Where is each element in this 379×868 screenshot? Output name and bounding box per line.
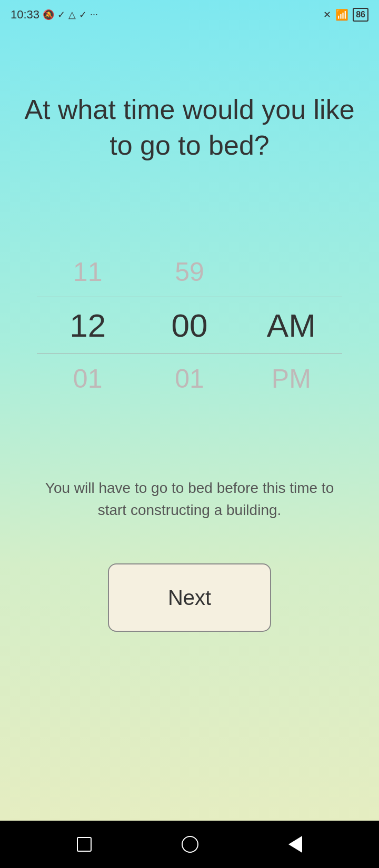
next-button[interactable]: Next — [108, 563, 271, 632]
time-picker[interactable]: 11 59 12 00 AM 01 01 PM — [37, 247, 342, 403]
minute-selected[interactable]: 00 — [138, 307, 240, 344]
check2-icon: ✓ — [79, 9, 87, 21]
time-row-selected[interactable]: 12 00 AM — [37, 297, 342, 354]
minute-below[interactable]: 01 — [138, 364, 240, 394]
nav-home-icon[interactable] — [182, 836, 198, 853]
next-button-container: Next — [108, 563, 271, 632]
wifi-icon: 📶 — [335, 8, 348, 21]
minute-above[interactable]: 59 — [138, 257, 240, 287]
time-row-above[interactable]: 11 59 — [37, 247, 342, 297]
time-display: 10:33 — [11, 8, 39, 22]
info-text: You will have to go to bed before this t… — [21, 477, 358, 521]
hour-selected[interactable]: 12 — [37, 307, 138, 344]
status-bar: 10:33 🔕 ✓ △ ✓ ··· ✕ 📶 86 — [0, 0, 379, 29]
nav-back-icon[interactable] — [288, 836, 302, 853]
status-time-icons: 10:33 🔕 ✓ △ ✓ ··· — [11, 8, 98, 22]
period-below[interactable]: PM — [241, 364, 342, 394]
mute-icon: 🔕 — [43, 9, 54, 21]
check-icon: ✓ — [57, 9, 65, 21]
status-right-icons: ✕ 📶 86 — [323, 8, 368, 22]
cloud-icon: △ — [68, 9, 76, 21]
battery-display: 86 — [353, 8, 368, 22]
main-content: At what time would you like to go to bed… — [0, 29, 379, 821]
close-icon: ✕ — [323, 9, 331, 21]
more-icon: ··· — [90, 9, 98, 20]
hour-above[interactable]: 11 — [37, 257, 138, 287]
time-row-below[interactable]: 01 01 PM — [37, 354, 342, 403]
nav-square-icon[interactable] — [77, 837, 92, 852]
hour-below[interactable]: 01 — [37, 364, 138, 394]
navigation-bar — [0, 821, 379, 868]
period-selected[interactable]: AM — [241, 307, 342, 344]
question-heading: At what time would you like to go to bed… — [21, 92, 358, 163]
